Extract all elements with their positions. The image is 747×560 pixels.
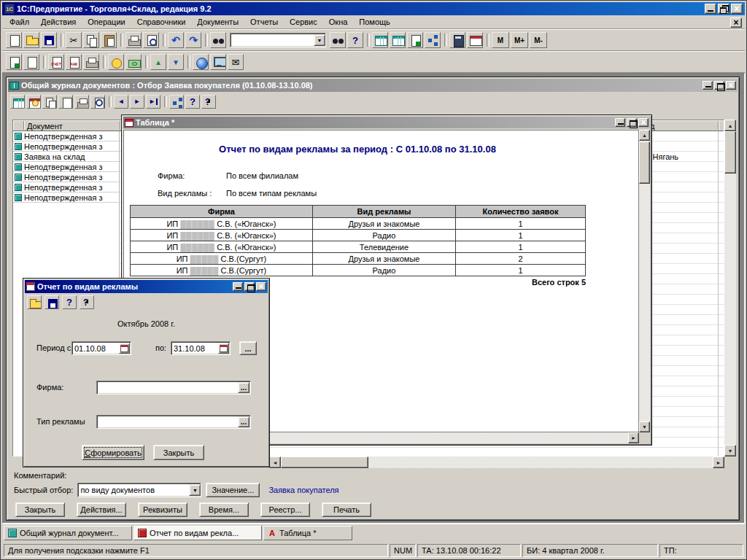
maximize-button[interactable] [627,118,637,127]
menu-item[interactable]: Действия [35,15,82,28]
new-icon[interactable] [23,54,39,70]
table-icon[interactable] [10,95,25,109]
mail-icon[interactable] [228,54,244,70]
calc-icon[interactable] [449,32,465,48]
schet-icon[interactable]: СЧЕТ [48,54,64,70]
help-icon[interactable] [347,32,363,48]
undo-icon[interactable] [168,32,184,48]
document-column-header[interactable]: Документ [27,122,63,131]
monitor-icon[interactable] [210,54,226,70]
adtype-input[interactable] [99,416,237,428]
minimize-button[interactable] [615,118,625,127]
adtype-field[interactable]: ... [96,415,251,429]
cut-icon[interactable] [66,32,82,48]
menu-item[interactable]: Сервис [284,15,323,28]
mem-icon[interactable]: М- [530,32,547,48]
structure-icon[interactable] [169,95,184,109]
scroll-left-icon[interactable]: ◄ [269,456,281,468]
adtype-picker-button[interactable]: ... [238,416,249,427]
scroll-up-icon[interactable]: ▲ [724,120,736,131]
help-arrow-icon[interactable] [80,295,94,309]
menu-item[interactable]: Окна [323,15,354,28]
scrollbar-thumb[interactable] [724,131,736,174]
journal-doc-row[interactable]: Неподтвержденная з [13,192,119,203]
firm-field[interactable]: ... [96,381,251,394]
mem-icon[interactable]: М+ [511,32,528,48]
close-button[interactable] [726,81,736,90]
help-arrow-icon[interactable] [201,95,216,109]
minimize-button[interactable] [705,4,716,14]
new-icon[interactable] [6,32,22,48]
find-icon[interactable] [210,32,226,48]
scrollbar-thumb[interactable] [639,141,650,184]
dialog-titlebar[interactable]: Отчет по видам рекламы [25,280,268,293]
restore-button[interactable] [718,4,729,14]
structure-icon[interactable] [425,32,441,48]
chevron-down-icon[interactable] [189,484,201,496]
report-vertical-scrollbar[interactable]: ▲ ▼ [639,130,650,432]
journal-action-button[interactable]: Печать [322,502,371,517]
chevron-down-icon[interactable] [314,34,325,46]
report-table-row[interactable]: ИП ▒▒▒▒▒▒ С.В. («Юганск»)Телевидение1 [131,241,585,252]
scroll-down-icon[interactable]: ▼ [639,421,650,432]
calendar-icon[interactable] [119,343,130,354]
menu-item[interactable]: Операции [82,15,131,28]
journal-doc-row[interactable]: Неподтвержденная з [13,141,119,152]
firm-input[interactable] [99,381,237,394]
open-icon[interactable] [23,32,39,48]
maximize-button[interactable] [714,81,724,90]
child-close-button[interactable] [730,18,742,28]
firm-picker-button[interactable]: ... [238,382,249,393]
anketa-icon[interactable]: АНК [66,54,82,70]
window-tab[interactable]: Общий журнал документ... [4,526,132,540]
generate-button[interactable]: Сформировать [82,445,144,460]
save-icon[interactable] [41,32,57,48]
doc-check-icon[interactable] [6,54,22,70]
table-icon[interactable] [372,32,388,48]
preview-icon[interactable] [90,95,105,109]
report-table-row[interactable]: ИП ▒▒▒▒▒▒ С.В. («Юганск»)Друзья и знаком… [131,217,585,229]
menu-item[interactable]: Помощь [353,15,396,28]
journal-vertical-scrollbar[interactable]: ▲ ▼ [724,120,736,456]
report-window-titlebar[interactable]: Таблица * [123,117,650,128]
maximize-button[interactable] [244,282,255,291]
globe-icon[interactable] [193,54,209,70]
interval-icon[interactable] [26,95,41,109]
window-tab[interactable]: Таблица * [263,526,352,540]
toolbar-combobox[interactable] [230,33,326,47]
nav-prev-icon[interactable] [114,95,128,109]
period-from-input[interactable] [74,342,117,354]
period-to-input[interactable] [174,342,217,354]
scroll-down-icon[interactable]: ▼ [724,445,736,456]
copy-icon[interactable] [42,95,57,109]
quick-filter-dropdown[interactable]: по виду документов [77,483,201,497]
open-icon[interactable] [27,295,42,309]
down-icon[interactable] [168,54,184,70]
copy-icon[interactable] [83,32,99,48]
menu-item[interactable]: Справочники [131,15,192,28]
up-icon[interactable] [150,54,166,70]
period-picker-button[interactable]: ... [239,341,257,355]
scrollbar-thumb[interactable] [281,456,368,468]
value-button[interactable]: Значение... [206,483,260,497]
journal-titlebar[interactable]: Общий журнал документов : Отбор Заявка п… [8,79,738,92]
menu-item[interactable]: Файл [4,15,35,28]
dialog-close-button[interactable]: Закрыть [153,445,204,460]
quick-filter-selected[interactable]: Заявка покупателя [268,486,338,494]
journal-action-button[interactable]: Реестр... [260,502,310,517]
scroll-up-icon[interactable]: ▲ [639,130,650,141]
scroll-right-icon[interactable]: ► [628,432,639,443]
save-icon[interactable] [44,295,59,309]
minimize-button[interactable] [233,282,243,291]
period-from-field[interactable] [71,341,131,355]
report-table-row[interactable]: ИП ▒▒▒▒▒ С.В.(Сургут)Друзья и знакомые2 [131,252,585,264]
new-icon[interactable] [58,95,73,109]
journal-horizontal-scrollbar[interactable]: ◄ ► [269,456,724,468]
minimize-button[interactable] [703,81,713,90]
redo-icon[interactable] [185,32,201,48]
cash-icon[interactable] [125,54,142,70]
doc-check-icon[interactable] [407,32,423,48]
journal-action-button[interactable]: Закрыть [15,502,65,517]
print-icon[interactable] [74,95,89,109]
journal-doc-row[interactable]: Неподтвержденная з [13,172,119,182]
